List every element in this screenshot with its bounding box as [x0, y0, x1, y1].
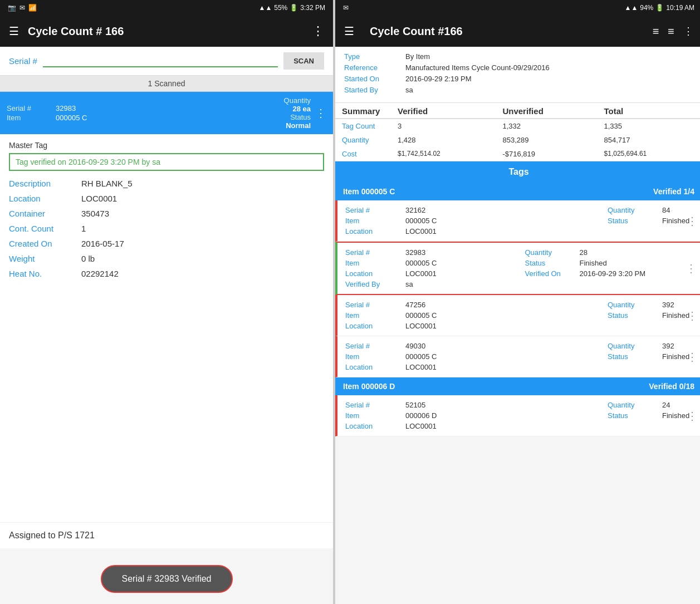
more-32983[interactable]: ⋮	[686, 262, 697, 275]
val-item-47256: 000005 C	[405, 311, 603, 320]
key-reference: Reference	[344, 63, 405, 72]
master-tag-label: Master Tag	[9, 141, 324, 150]
tag-item-32983: Serial # 32983 Quantity 28 Item 000005 C…	[335, 242, 700, 295]
serial-value: 32983	[56, 104, 284, 112]
field-cont-count: Cont. Count 1	[9, 224, 324, 233]
lbl-serial-32162: Serial #	[345, 206, 401, 214]
summary-row-cost: Cost $1,742,514.02 -$716,819 $1,025,694.…	[335, 147, 700, 161]
col-summary: Summary	[335, 103, 391, 119]
signal-icon: ▲▲	[259, 4, 272, 12]
verified-button[interactable]: Serial # 32983 Verified	[101, 565, 233, 593]
val-tagcount-u: 1,332	[496, 119, 597, 133]
key-location: Location	[9, 194, 81, 203]
detail-section: Master Tag Tag verified on 2016-09-29 3:…	[0, 134, 333, 522]
val-item-32162: 000005 C	[405, 217, 603, 225]
more-47256[interactable]: ⋮	[687, 309, 698, 322]
field-created-on: Created On 2016-05-17	[9, 239, 324, 248]
field-container: Container 350473	[9, 209, 324, 218]
scan-button[interactable]: SCAN	[283, 52, 324, 70]
info-reference: Reference Manufactured Items Cycle Count…	[344, 63, 693, 72]
tag-item-52105: Serial # 52105 Quantity 24 Item 000006 D…	[335, 395, 700, 436]
camera-icon: 📷	[8, 4, 16, 12]
key-created-on: Created On	[9, 239, 81, 248]
field-description: Description RH BLANK_5	[9, 179, 324, 188]
battery-icon-r: 🔋	[655, 4, 664, 12]
val-qty-v: 1,428	[391, 133, 496, 147]
status-value-tag: Normal	[284, 121, 311, 130]
left-phone: 📷 ✉ 📶 ▲▲ 55% 🔋 3:32 PM ☰ Cycle Count # 1…	[0, 0, 333, 604]
lbl-item-32983: Item	[345, 259, 401, 267]
lbl-status-52105: Status	[608, 411, 658, 420]
tag-32983-grid: Serial # 32983 Quantity 28 Item 000005 C…	[345, 248, 694, 288]
lbl-loc-32162: Location	[345, 227, 401, 235]
info-section: Type By Item Reference Manufactured Item…	[335, 47, 700, 103]
tag-item-47256: Serial # 47256 Quantity 392 Item 000005 …	[335, 295, 700, 336]
val-qty-u: 853,289	[496, 133, 597, 147]
lbl-qty-32983: Quantity	[525, 248, 575, 257]
col-total: Total	[598, 103, 700, 119]
tag-row-info: Serial # 32983 Item 000005 C	[7, 104, 284, 122]
more-icon-left[interactable]: ⋮	[312, 24, 324, 38]
val-serial-52105: 52105	[405, 401, 603, 409]
more-49030[interactable]: ⋮	[687, 350, 698, 364]
filter2-icon[interactable]: ≡	[668, 25, 674, 38]
lbl-serial-49030: Serial #	[345, 342, 401, 350]
lbl-qty-32162: Quantity	[608, 206, 658, 214]
msg-icon-r: ✉	[343, 4, 349, 12]
tag-row-blue: Serial # 32983 Item 000005 C Quantity 28…	[0, 92, 333, 134]
time-left: 3:32 PM	[300, 4, 325, 12]
val-cost-v: $1,742,514.02	[391, 147, 496, 161]
key-heat: Heat No.	[9, 269, 81, 278]
summary-row-qty: Quantity 1,428 853,289 854,717	[335, 133, 700, 147]
lbl-qty-47256: Quantity	[608, 301, 658, 309]
more-32162[interactable]: ⋮	[687, 214, 698, 228]
col-unverified: Unverified	[496, 103, 597, 119]
val-started-on: 2016-09-29 2:19 PM	[405, 75, 472, 83]
more-52105[interactable]: ⋮	[687, 409, 698, 423]
lbl-qty-49030: Quantity	[608, 342, 658, 350]
item-group-1-label: Item 000005 C	[343, 187, 395, 196]
key-container: Container	[9, 209, 81, 218]
val-item-32983: 000005 C	[405, 259, 521, 267]
status-label-tag: Status	[284, 113, 311, 121]
time-right: 10:19 AM	[666, 4, 694, 12]
col-verified: Verified	[391, 103, 496, 119]
val-qty-52105: 24	[662, 401, 696, 409]
scan-row: Serial # SCAN	[0, 47, 333, 76]
serial-label: Serial #	[7, 104, 51, 112]
tag-row-more-icon[interactable]: ⋮	[315, 106, 326, 120]
lbl-item-32162: Item	[345, 217, 401, 225]
hamburger-icon-r[interactable]: ☰	[344, 24, 354, 38]
scan-input[interactable]	[43, 55, 278, 67]
hamburger-icon[interactable]: ☰	[9, 24, 19, 38]
status-right-r: ▲▲ 94% 🔋 10:19 AM	[625, 4, 695, 12]
val-qty-32162: 84	[662, 206, 696, 214]
battery-pct-r: 94%	[640, 4, 653, 12]
tag-52105-grid: Serial # 52105 Quantity 24 Item 000006 D…	[345, 401, 696, 430]
item-group-2-verified: Verified 0/18	[649, 382, 694, 391]
lbl-item-52105: Item	[345, 411, 401, 420]
battery-pct: 55%	[274, 4, 287, 12]
val-qty-t: 854,717	[598, 133, 700, 147]
key-weight: Weight	[9, 254, 81, 263]
lbl-verifiedby-32983: Verified By	[345, 280, 401, 288]
item-group-1-header: Item 000005 C Verified 1/4	[335, 183, 700, 200]
more-icon-right[interactable]: ⋮	[683, 25, 693, 37]
val-verifiedby-32983: sa	[405, 280, 521, 288]
val-created-on: 2016-05-17	[81, 239, 124, 248]
val-item-52105: 000006 D	[405, 411, 603, 420]
val-weight: 0 lb	[81, 254, 95, 263]
tag-item-32162: Serial # 32162 Quantity 84 Item 000005 C…	[335, 200, 700, 242]
val-cost-u: -$716,819	[496, 147, 597, 161]
scan-label: Serial #	[9, 56, 37, 66]
status-bar-left: 📷 ✉ 📶 ▲▲ 55% 🔋 3:32 PM	[0, 0, 333, 16]
summary-table: Summary Verified Unverified Total Tag Co…	[335, 103, 700, 161]
filter1-icon[interactable]: ≡	[653, 25, 659, 38]
field-heat: Heat No. 02292142	[9, 269, 324, 278]
val-container: 350473	[81, 209, 109, 218]
right-phone: ✉ ▲▲ 94% 🔋 10:19 AM ☰ Cycle Count #166 ≡…	[335, 0, 700, 604]
val-serial-32162: 32162	[405, 206, 603, 214]
val-tagcount-v: 3	[391, 119, 496, 133]
val-location: LOC0001	[81, 194, 117, 203]
status-left-right: ✉	[343, 4, 349, 12]
